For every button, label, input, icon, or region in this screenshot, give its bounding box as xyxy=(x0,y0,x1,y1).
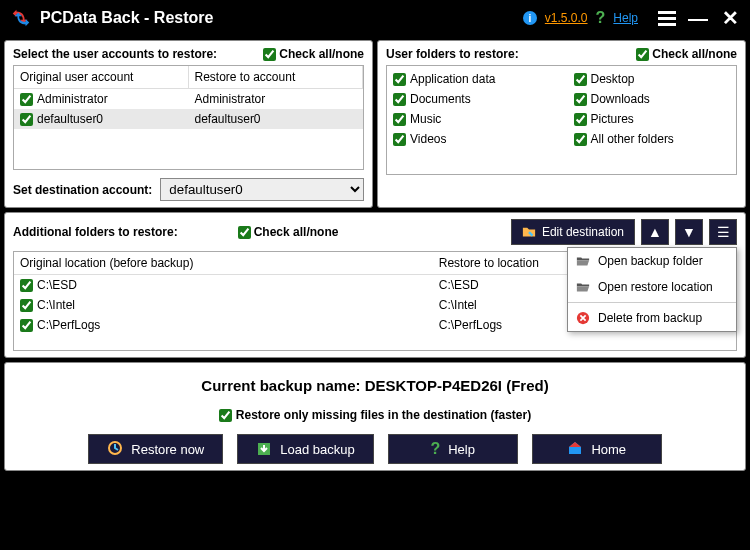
additional-folders-heading: Additional folders to restore: xyxy=(13,225,178,239)
home-icon xyxy=(567,440,583,459)
backup-name: Current backup name: DESKTOP-P4ED26I (Fr… xyxy=(13,377,737,394)
dest-account-label: Set destination account: xyxy=(13,183,152,197)
user-folders-heading: User folders to restore: xyxy=(386,47,519,61)
folder-open-icon xyxy=(576,254,590,268)
menu-open-backup-folder[interactable]: Open backup folder xyxy=(568,248,736,274)
app-logo-icon xyxy=(10,7,32,29)
app-title: PCData Back - Restore xyxy=(40,9,213,27)
user-folders-panel: User folders to restore: Check all/none … xyxy=(377,40,746,208)
user-accounts-heading: Select the user accounts to restore: xyxy=(13,47,217,61)
restore-missing-check[interactable]: Restore only missing files in the destin… xyxy=(13,408,737,422)
bottom-panel: Current backup name: DESKTOP-P4ED26I (Fr… xyxy=(4,362,746,471)
help-link[interactable]: Help xyxy=(613,11,638,25)
folder-item[interactable]: Videos xyxy=(391,130,552,148)
row-checkbox[interactable] xyxy=(20,319,33,332)
help-icon[interactable]: ? xyxy=(596,9,606,27)
row-checkbox[interactable] xyxy=(20,279,33,292)
check-all-additional[interactable]: Check all/none xyxy=(238,225,339,239)
check-all-additional-box[interactable] xyxy=(238,226,251,239)
user-accounts-panel: Select the user accounts to restore: Che… xyxy=(4,40,373,208)
folder-item[interactable]: All other folders xyxy=(572,130,733,148)
help-icon: ? xyxy=(430,440,440,458)
restore-now-button[interactable]: Restore now xyxy=(88,434,223,464)
check-all-users-box[interactable] xyxy=(263,48,276,61)
restore-missing-checkbox[interactable] xyxy=(219,409,232,422)
menu-separator xyxy=(568,302,736,303)
menu-open-restore-location[interactable]: Open restore location xyxy=(568,274,736,300)
col-original-location[interactable]: Original location (before backup) xyxy=(14,252,433,274)
move-up-button[interactable]: ▲ xyxy=(641,219,669,245)
folder-open-icon xyxy=(576,280,590,294)
row-checkbox[interactable] xyxy=(20,113,33,126)
folder-item[interactable]: Application data xyxy=(391,70,552,88)
row-checkbox[interactable] xyxy=(20,93,33,106)
user-folders-grid: Application data Desktop Documents Downl… xyxy=(386,65,737,175)
help-button[interactable]: ? Help xyxy=(388,434,518,464)
col-original-user[interactable]: Original user account xyxy=(14,66,189,88)
edit-destination-button[interactable]: Edit destination xyxy=(511,219,635,245)
check-all-users[interactable]: Check all/none xyxy=(263,47,364,61)
folder-item[interactable]: Documents xyxy=(391,90,552,108)
context-menu: Open backup folder Open restore location… xyxy=(567,247,737,332)
menu-icon[interactable] xyxy=(658,11,676,26)
row-checkbox[interactable] xyxy=(20,299,33,312)
load-icon xyxy=(256,440,272,459)
folder-edit-icon xyxy=(522,225,536,239)
additional-folders-panel: Additional folders to restore: Check all… xyxy=(4,212,746,358)
dest-account-select[interactable]: defaultuser0 xyxy=(160,178,364,201)
restore-icon xyxy=(107,440,123,459)
info-icon[interactable]: i xyxy=(523,11,537,25)
table-row[interactable]: Administrator Administrator xyxy=(14,89,363,109)
col-restore-to[interactable]: Restore to account xyxy=(189,66,364,88)
minimize-button[interactable]: — xyxy=(688,7,708,30)
close-button[interactable]: ✕ xyxy=(720,6,740,30)
folder-item[interactable]: Desktop xyxy=(572,70,733,88)
user-accounts-table: Original user account Restore to account… xyxy=(13,65,364,170)
table-row[interactable]: defaultuser0 defaultuser0 xyxy=(14,109,363,129)
home-button[interactable]: Home xyxy=(532,434,662,464)
check-all-folders[interactable]: Check all/none xyxy=(636,47,737,61)
check-all-folders-box[interactable] xyxy=(636,48,649,61)
load-backup-button[interactable]: Load backup xyxy=(237,434,373,464)
folder-item[interactable]: Pictures xyxy=(572,110,733,128)
version-link[interactable]: v1.5.0.0 xyxy=(545,11,588,25)
more-menu-button[interactable]: ☰ xyxy=(709,219,737,245)
folder-item[interactable]: Downloads xyxy=(572,90,733,108)
menu-delete-from-backup[interactable]: Delete from backup xyxy=(568,305,736,331)
titlebar: PCData Back - Restore i v1.5.0.0 ? Help … xyxy=(0,0,750,36)
move-down-button[interactable]: ▼ xyxy=(675,219,703,245)
delete-icon xyxy=(576,311,590,325)
folder-item[interactable]: Music xyxy=(391,110,552,128)
